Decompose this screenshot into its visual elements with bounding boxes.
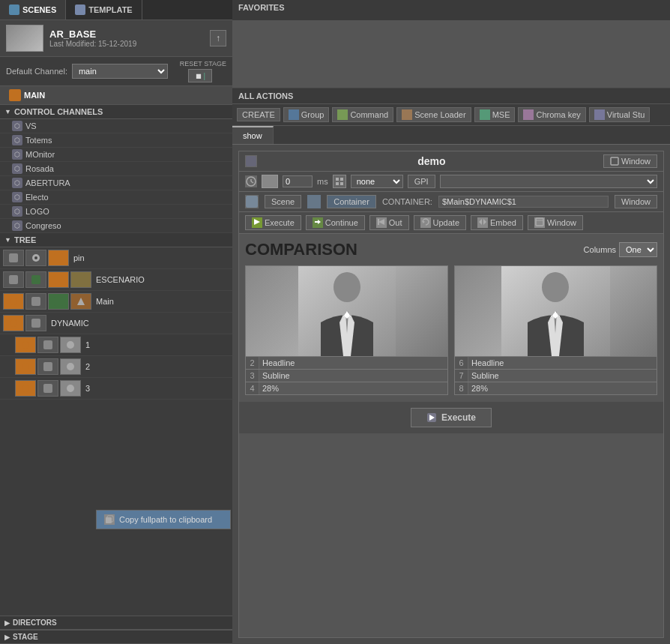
main-icon4 bbox=[70, 293, 91, 310]
columns-select[interactable]: One Two bbox=[619, 242, 657, 257]
embed-action-button[interactable]: Embed bbox=[471, 215, 523, 230]
tree-node-main[interactable]: Main bbox=[0, 291, 232, 313]
tree-node-1[interactable]: 1 bbox=[0, 334, 232, 356]
scene-preview: AR_BASE Last Modified: 15-12-2019 ↑ bbox=[0, 20, 232, 57]
channel-monitor[interactable]: ⬡ MOnitor bbox=[0, 148, 232, 162]
reset-stage-button[interactable]: ⏹ | bbox=[188, 69, 212, 82]
channel-abertura-icon: ⬡ bbox=[12, 178, 22, 188]
svg-line-29 bbox=[251, 181, 253, 183]
tree-node-dynamic[interactable]: DYNAMIC bbox=[0, 313, 232, 334]
channel-label: Default Channel: bbox=[6, 67, 67, 76]
svg-point-16 bbox=[67, 341, 74, 349]
channel-logo[interactable]: ⬡ LOGO bbox=[0, 205, 232, 219]
continue-action-label: Continue bbox=[325, 218, 358, 227]
execute-bar: Execute bbox=[239, 401, 663, 433]
tree-node-escenario[interactable]: ESCENARIO bbox=[0, 269, 232, 291]
mse-button[interactable]: MSE bbox=[474, 107, 516, 122]
svg-rect-44 bbox=[536, 218, 543, 226]
channel-select[interactable]: main bbox=[72, 64, 168, 79]
virtual-stu-label: Virtual Stu bbox=[607, 110, 645, 119]
stage-header[interactable]: STAGE bbox=[0, 631, 232, 644]
tree-header[interactable]: TREE bbox=[0, 233, 232, 247]
left-field-4: 4 28% bbox=[246, 382, 447, 394]
channel-abertura-label: ABERTURA bbox=[25, 178, 70, 187]
svg-marker-42 bbox=[479, 219, 482, 225]
tree-node-2[interactable]: 2 bbox=[0, 356, 232, 378]
right-field-8-num: 8 bbox=[455, 382, 468, 394]
channel-rosada-label: Rosada bbox=[25, 164, 54, 173]
chroma-key-label: Chroma key bbox=[536, 110, 580, 119]
control-channels-header[interactable]: CONTROL CHANNELS bbox=[0, 105, 232, 119]
svg-rect-18 bbox=[43, 362, 52, 371]
tree-node-pin[interactable]: pin bbox=[0, 247, 232, 269]
channel-electo[interactable]: ⬡ Electo bbox=[0, 190, 232, 205]
window-view-label: Window bbox=[547, 218, 576, 227]
gpi-label: GPI bbox=[414, 177, 429, 186]
group-label: Group bbox=[301, 110, 325, 119]
execute-button[interactable]: Execute bbox=[411, 408, 492, 427]
context-copy-fullpath[interactable]: Copy fullpath to clipboard bbox=[97, 511, 230, 529]
none-select[interactable]: none bbox=[351, 175, 403, 188]
command-button[interactable]: Command bbox=[332, 107, 393, 122]
svg-point-48 bbox=[334, 272, 360, 302]
demo-window-label: Window bbox=[621, 157, 651, 166]
channel-vs[interactable]: ⬡ VS bbox=[0, 119, 232, 133]
svg-rect-7 bbox=[76, 275, 85, 284]
tab-template[interactable]: TEMPLATE bbox=[66, 0, 142, 19]
channel-rosada[interactable]: ⬡ Rosada bbox=[0, 162, 232, 176]
right-photo bbox=[455, 266, 657, 356]
scene-loader-button[interactable]: Scene Loader bbox=[396, 107, 471, 122]
virtual-stu-button[interactable]: Virtual Stu bbox=[589, 107, 651, 122]
show-tab-row: show bbox=[232, 126, 670, 145]
columns-label: Columns bbox=[584, 245, 616, 254]
svg-rect-5 bbox=[31, 275, 40, 284]
demo-window-button[interactable]: Window bbox=[603, 154, 657, 168]
container-button[interactable]: Container bbox=[327, 195, 376, 208]
embed-action-label: Embed bbox=[490, 218, 516, 227]
scene-upload-button[interactable]: ↑ bbox=[210, 30, 226, 46]
grid-icon bbox=[333, 175, 346, 188]
dynamic-label: DYNAMIC bbox=[51, 319, 89, 328]
upload-icon: ↑ bbox=[216, 33, 220, 43]
tab-scenes[interactable]: SCENES bbox=[0, 0, 66, 19]
tab-template-label: TEMPLATE bbox=[88, 5, 132, 14]
arrow-select[interactable] bbox=[440, 175, 657, 188]
window-view-button[interactable]: Window bbox=[528, 215, 583, 230]
color-picker[interactable] bbox=[262, 175, 278, 188]
update-action-button[interactable]: Update bbox=[414, 215, 466, 230]
channel-abertura[interactable]: ⬡ ABERTURA bbox=[0, 176, 232, 190]
svg-rect-23 bbox=[106, 517, 112, 523]
copy-icon bbox=[104, 514, 115, 525]
tree-node-3[interactable]: 3 bbox=[0, 378, 232, 400]
channel-congreso[interactable]: ⬡ Congreso bbox=[0, 219, 232, 233]
group-button[interactable]: Group bbox=[283, 107, 330, 122]
out-action-button[interactable]: Out bbox=[369, 215, 409, 230]
show-tab[interactable]: show bbox=[232, 126, 274, 144]
channel-totems[interactable]: ⬡ Totems bbox=[0, 133, 232, 148]
chroma-key-button[interactable]: Chroma key bbox=[518, 107, 585, 122]
scene-loader-icon bbox=[402, 109, 412, 120]
favorites-label: FAVORITES bbox=[238, 3, 285, 12]
window-action-button[interactable]: Window bbox=[615, 195, 657, 208]
stage-section: STAGE bbox=[0, 630, 232, 644]
left-field-3-num: 3 bbox=[246, 370, 259, 382]
favorites-bar: FAVORITES bbox=[232, 0, 670, 21]
escenario-icons bbox=[3, 271, 91, 288]
right-field-6-val: Headline bbox=[468, 357, 657, 369]
left-field-3: 3 Subline bbox=[246, 369, 447, 382]
continue-action-button[interactable]: Continue bbox=[306, 215, 365, 230]
main-button[interactable]: MAIN bbox=[0, 86, 232, 105]
execute-icon bbox=[252, 217, 262, 228]
scene-button[interactable]: Scene bbox=[265, 195, 301, 208]
execute-btn-icon bbox=[426, 412, 437, 423]
directors-header[interactable]: DIRECTORS bbox=[0, 616, 232, 630]
gpi-button[interactable]: GPI bbox=[408, 175, 435, 188]
svg-point-17 bbox=[22, 363, 29, 370]
node1-icon1 bbox=[15, 337, 36, 353]
svg-rect-3 bbox=[54, 253, 63, 262]
create-button[interactable]: CREATE bbox=[237, 108, 280, 121]
window-action-label: Window bbox=[621, 197, 651, 206]
time-input[interactable] bbox=[283, 175, 313, 187]
template-icon bbox=[75, 4, 85, 15]
execute-action-button[interactable]: Execute bbox=[245, 215, 301, 230]
